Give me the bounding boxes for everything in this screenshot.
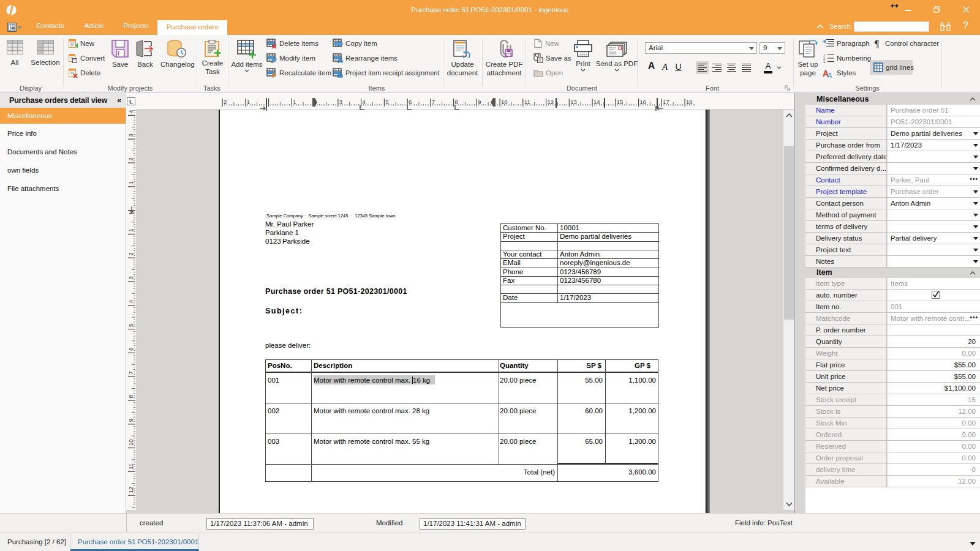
svg-text:12: 12 — [548, 99, 554, 105]
svg-text:11: 11 — [127, 463, 134, 470]
svg-text:9: 9 — [478, 99, 481, 105]
svg-text:11: 11 — [524, 99, 530, 105]
svg-text:2: 2 — [127, 157, 134, 160]
svg-text:2: 2 — [224, 99, 227, 105]
svg-text:5: 5 — [385, 99, 388, 105]
svg-text:7: 7 — [127, 371, 134, 374]
svg-text:1: 1 — [293, 99, 296, 105]
svg-text:4: 4 — [127, 110, 134, 113]
svg-text:¶: ¶ — [875, 39, 880, 48]
svg-text:1: 1 — [127, 229, 134, 232]
svg-text:6: 6 — [127, 348, 134, 351]
svg-text:8: 8 — [455, 99, 458, 105]
svg-text:4: 4 — [127, 300, 134, 303]
svg-text:A: A — [827, 72, 832, 78]
svg-text:9: 9 — [127, 419, 134, 422]
svg-text:3: 3 — [823, 60, 826, 63]
svg-text:3: 3 — [339, 99, 342, 105]
svg-text:17: 17 — [663, 99, 669, 105]
svg-text:10: 10 — [501, 99, 508, 105]
svg-text:16: 16 — [640, 99, 647, 105]
svg-text:1: 1 — [127, 181, 134, 184]
svg-text:2: 2 — [127, 252, 134, 255]
svg-text:15: 15 — [617, 99, 624, 105]
svg-text:6: 6 — [409, 99, 412, 105]
svg-text:4: 4 — [363, 99, 366, 105]
svg-text:1: 1 — [247, 99, 250, 105]
svg-text:10: 10 — [127, 439, 134, 446]
svg-text:8: 8 — [127, 395, 134, 398]
svg-text:18: 18 — [686, 99, 693, 105]
svg-text:7: 7 — [432, 99, 435, 105]
svg-text:3: 3 — [127, 133, 134, 137]
svg-text:13: 13 — [570, 99, 577, 105]
svg-text:3: 3 — [127, 276, 134, 279]
svg-text:5: 5 — [127, 324, 134, 327]
svg-text:12: 12 — [127, 487, 134, 493]
svg-text:14: 14 — [594, 99, 600, 105]
